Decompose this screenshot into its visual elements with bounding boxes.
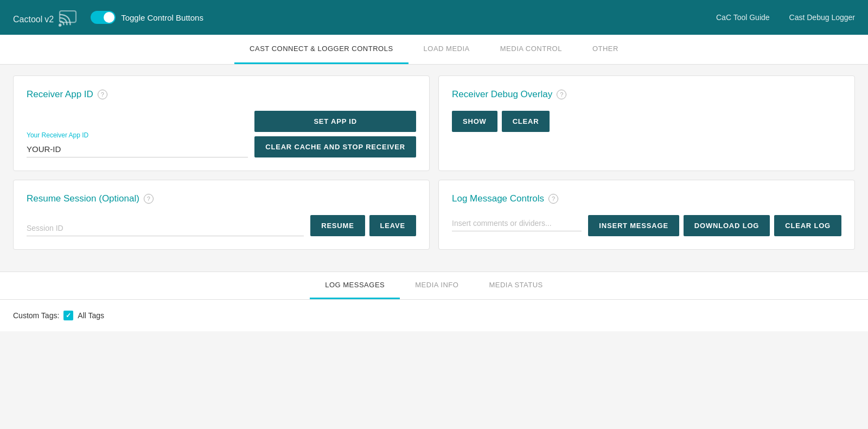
app-logo: Cactoolv2 <box>13 9 54 26</box>
resume-session-body: RESUME LEAVE <box>27 215 416 236</box>
all-tags-checkbox[interactable] <box>63 311 73 320</box>
session-id-input-section <box>27 220 304 236</box>
receiver-app-id-buttons: SET APP ID CLEAR CACHE AND STOP RECEIVER <box>254 111 416 157</box>
log-message-controls-body: INSERT MESSAGE DOWNLOAD LOG CLEAR LOG <box>452 215 841 236</box>
receiver-debug-help-icon[interactable]: ? <box>557 90 566 99</box>
resume-session-help-icon[interactable]: ? <box>144 194 154 204</box>
log-controls-buttons: INSERT MESSAGE DOWNLOAD LOG CLEAR LOG <box>588 215 841 236</box>
receiver-debug-buttons: SHOW CLEAR <box>452 111 841 132</box>
log-section: Custom Tags: All Tags <box>0 300 868 331</box>
bottom-tabs: LOG MESSAGES MEDIA INFO MEDIA STATUS <box>0 272 868 300</box>
receiver-app-id-card: Receiver App ID ? Your Receiver App ID S… <box>13 75 430 171</box>
nav-link-logger[interactable]: Cast Debug Logger <box>789 13 855 22</box>
log-message-controls-title: Log Message Controls ? <box>452 193 841 204</box>
bottom-tab-media-status[interactable]: MEDIA STATUS <box>474 272 558 299</box>
card-grid: Receiver App ID ? Your Receiver App ID S… <box>13 75 855 250</box>
header-nav: CaC Tool Guide Cast Debug Logger <box>716 13 855 22</box>
log-message-input-section <box>452 215 582 231</box>
tab-media-control[interactable]: MEDIA CONTROL <box>485 35 577 64</box>
nav-link-guide[interactable]: CaC Tool Guide <box>716 13 770 22</box>
toggle-label: Toggle Control Buttons <box>121 13 203 22</box>
receiver-debug-title: Receiver Debug Overlay ? <box>452 89 841 100</box>
receiver-app-id-input[interactable] <box>27 141 248 157</box>
receiver-app-id-title: Receiver App ID ? <box>27 89 416 100</box>
resume-session-buttons: RESUME LEAVE <box>310 215 416 236</box>
download-log-button[interactable]: DOWNLOAD LOG <box>684 215 770 236</box>
tab-other[interactable]: OTHER <box>577 35 634 64</box>
toggle-control-buttons[interactable] <box>91 11 116 24</box>
log-message-controls-card: Log Message Controls ? INSERT MESSAGE DO… <box>438 180 855 250</box>
custom-tags-row: Custom Tags: All Tags <box>13 311 855 320</box>
resume-button[interactable]: RESUME <box>310 215 365 236</box>
debug-clear-button[interactable]: CLEAR <box>502 111 550 132</box>
bottom-tab-log-messages[interactable]: LOG MESSAGES <box>310 272 400 299</box>
receiver-app-id-body: Your Receiver App ID SET APP ID CLEAR CA… <box>27 111 416 157</box>
receiver-app-id-input-label: Your Receiver App ID <box>27 131 248 139</box>
bottom-panel: LOG MESSAGES MEDIA INFO MEDIA STATUS Cus… <box>0 272 868 331</box>
clear-cache-button[interactable]: CLEAR CACHE AND STOP RECEIVER <box>254 136 416 157</box>
log-message-input[interactable] <box>452 215 582 231</box>
log-message-help-icon[interactable]: ? <box>548 194 558 204</box>
main-content: Receiver App ID ? Your Receiver App ID S… <box>0 65 868 269</box>
clear-log-button[interactable]: CLEAR LOG <box>774 215 841 236</box>
custom-tags-label: Custom Tags: <box>13 311 59 320</box>
receiver-app-id-input-section: Your Receiver App ID <box>27 131 248 157</box>
resume-session-title: Resume Session (Optional) ? <box>27 193 416 204</box>
set-app-id-button[interactable]: SET APP ID <box>254 111 416 132</box>
app-header: Cactoolv2 Toggle Control Buttons CaC Too… <box>0 0 868 35</box>
top-tabs: CAST CONNECT & LOGGER CONTROLS LOAD MEDI… <box>0 35 868 65</box>
bottom-tab-media-info[interactable]: MEDIA INFO <box>400 272 474 299</box>
insert-message-button[interactable]: INSERT MESSAGE <box>588 215 679 236</box>
debug-show-button[interactable]: SHOW <box>452 111 497 132</box>
cast-icon <box>58 8 78 27</box>
leave-button[interactable]: LEAVE <box>369 215 416 236</box>
all-tags-label: All Tags <box>78 311 104 320</box>
receiver-debug-card: Receiver Debug Overlay ? SHOW CLEAR <box>438 75 855 171</box>
svg-point-1 <box>59 24 61 26</box>
session-id-input[interactable] <box>27 220 304 236</box>
toggle-section: Toggle Control Buttons <box>91 11 716 24</box>
resume-session-card: Resume Session (Optional) ? RESUME LEAVE <box>13 180 430 250</box>
receiver-app-id-help-icon[interactable]: ? <box>98 90 107 99</box>
tab-load-media[interactable]: LOAD MEDIA <box>409 35 485 64</box>
tab-cast-connect[interactable]: CAST CONNECT & LOGGER CONTROLS <box>234 35 408 64</box>
